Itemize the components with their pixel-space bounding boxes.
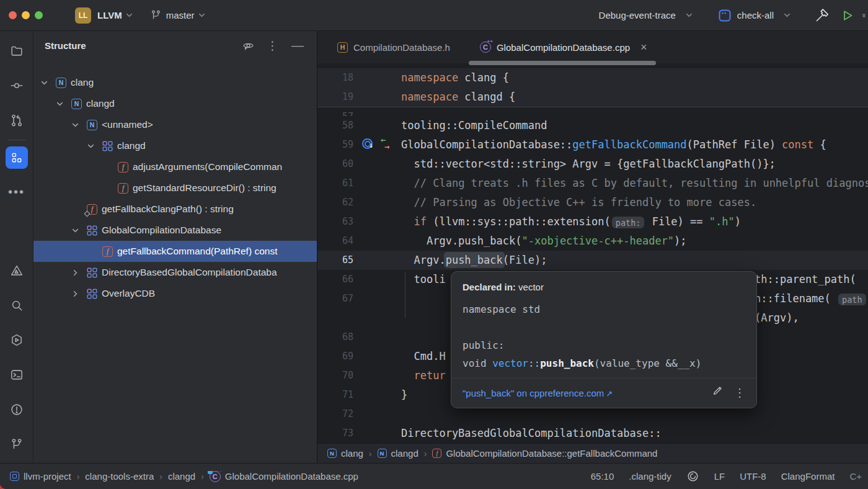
cpp-file-icon: C⁺⁺: [480, 42, 491, 53]
code-token: [401, 369, 414, 382]
code-line-59[interactable]: 59↓←→GlobalCompilationDatabase::getFallb…: [317, 135, 868, 155]
status-widget-clang-tidy[interactable]: .clang-tidy: [629, 471, 671, 482]
close-tab-icon[interactable]: ×: [640, 42, 647, 53]
branch-widget[interactable]: master: [166, 10, 195, 20]
editor-tab-compilationdatabase.h[interactable]: HCompilationDatabase.h: [324, 31, 466, 63]
status-widget-clangd-status[interactable]: [686, 470, 699, 483]
code-token: (File);: [503, 254, 547, 266]
run-configuration-icon[interactable]: [717, 8, 732, 23]
minimize-window-button[interactable]: [22, 11, 30, 19]
tree-item-getfallbackclangpath-string[interactable]: fgetFallbackClangPath() : string: [33, 199, 317, 220]
panel-options-kebab-icon[interactable]: ⋮: [265, 37, 281, 53]
chevron-right-icon[interactable]: [68, 289, 82, 298]
tree-item-getfallbackcommand-pathref-const[interactable]: fgetFallbackCommand(PathRef) const: [33, 241, 317, 262]
tool-strip-terminal[interactable]: [6, 364, 28, 386]
tree-item--unnamed-[interactable]: N<unnamed>: [33, 114, 317, 135]
git-branch-icon[interactable]: [150, 9, 162, 21]
breadcrumb-item[interactable]: Nclangd: [378, 448, 418, 459]
status-widget-language-level[interactable]: C+: [849, 471, 862, 482]
project-avatar[interactable]: LL: [75, 7, 91, 24]
run-button[interactable]: [838, 6, 856, 25]
code-line-63[interactable]: 63 if (llvm::sys::path::extension(path: …: [317, 212, 868, 231]
view-options-eye-icon[interactable]: [240, 37, 256, 53]
function-icon: f: [118, 162, 128, 173]
zoom-window-button[interactable]: [35, 11, 43, 19]
tool-strip-project[interactable]: [6, 40, 28, 62]
edit-pencil-icon[interactable]: [712, 384, 724, 403]
status-path-item[interactable]: llvm-project: [10, 471, 71, 482]
clipped-toolbar-icon[interactable]: [862, 6, 868, 25]
editor-tab-globalcompilationdatabase.cpp[interactable]: C⁺⁺GlobalCompilationDatabase.cpp×: [466, 31, 658, 63]
breadcrumb-item[interactable]: Nclang: [327, 448, 363, 459]
sticky-line-19[interactable]: 19namespace clangd {: [317, 87, 868, 107]
status-path-separator: ›: [201, 472, 204, 482]
status-path-label: llvm-project: [24, 471, 71, 482]
popup-kebab-icon[interactable]: ⋮: [734, 384, 745, 403]
project-widget[interactable]: LLVM: [97, 10, 122, 20]
line-number: 65: [317, 251, 353, 270]
code-line-62[interactable]: 62 // Parsing as Objective C++ is friend…: [317, 193, 868, 212]
tool-strip-build[interactable]: [6, 259, 28, 282]
run-configuration-selector[interactable]: check-all: [737, 10, 774, 20]
tool-strip-commit[interactable]: [6, 74, 28, 97]
code-token: // Clang treats .h files as C by default…: [414, 177, 868, 189]
chevron-down-icon[interactable]: [37, 78, 51, 87]
chevron-down-icon[interactable]: [684, 11, 694, 20]
chevron-down-icon[interactable]: [83, 141, 98, 151]
class-icon: [102, 141, 113, 151]
tool-strip-services[interactable]: [6, 329, 28, 351]
class-icon: [87, 289, 97, 299]
navigation-gutter-icons[interactable]: ↓←→: [362, 138, 399, 153]
status-widget-caret-position[interactable]: 65:10: [591, 471, 614, 482]
tree-item-overlaycdb[interactable]: OverlayCDB: [33, 283, 317, 304]
status-path-item[interactable]: clang-tools-extra: [85, 471, 154, 482]
tree-item-clang[interactable]: Nclang: [33, 72, 317, 93]
tool-strip-more-tool-windows[interactable]: •••: [6, 181, 28, 203]
hide-panel-icon[interactable]: —: [290, 37, 306, 53]
tree-item-directorybasedglobalcompilationdataba[interactable]: DirectoryBasedGlobalCompilationDataba: [33, 262, 317, 283]
chevron-down-icon[interactable]: [125, 11, 134, 20]
namespace-icon: N: [327, 449, 337, 458]
code-line-58[interactable]: 58tooling::CompileCommand: [317, 116, 868, 135]
tree-item-clangd[interactable]: Nclangd: [33, 93, 317, 114]
tool-strip-structure[interactable]: [6, 146, 28, 169]
code-line-60[interactable]: 60 std::vector<std::string> Argv = {getF…: [317, 155, 868, 174]
chevron-down-icon[interactable]: [197, 11, 206, 20]
breadcrumb-item[interactable]: fGlobalCompilationDatabase::getFallbackC…: [432, 448, 657, 459]
close-window-button[interactable]: [9, 11, 17, 19]
code-token: );: [674, 235, 686, 247]
chevron-right-icon[interactable]: [68, 268, 82, 277]
run-target-selector[interactable]: Debug-event-trace: [599, 10, 676, 20]
chevron-down-icon[interactable]: [68, 226, 82, 235]
status-widget-line-separator[interactable]: LF: [714, 471, 725, 482]
sticky-line-18[interactable]: 18namespace clang {: [317, 68, 868, 87]
tree-item-adjustarguments-compilecomman[interactable]: fadjustArguments(CompileComman: [33, 156, 317, 177]
chevron-down-icon[interactable]: [68, 120, 82, 130]
namespace-icon: N: [87, 120, 97, 130]
line-number: 64: [317, 231, 353, 251]
code-line-61[interactable]: 61 // Clang treats .h files as C by defa…: [317, 174, 868, 193]
tool-strip-pull-requests[interactable]: [6, 109, 28, 132]
chevron-down-icon[interactable]: [782, 11, 792, 20]
code-line-64[interactable]: 64 Argv.push_back("-xobjective-c++-heade…: [317, 231, 868, 251]
build-hammer-icon[interactable]: [813, 6, 831, 25]
status-widget-encoding[interactable]: UTF-8: [740, 471, 766, 482]
tree-item-globalcompilationdatabase[interactable]: GlobalCompilationDatabase: [33, 220, 317, 241]
tool-strip-search[interactable]: [6, 294, 28, 316]
tree-item-label: clangd: [117, 140, 146, 151]
status-path-separator: ›: [159, 472, 162, 482]
breadcrumb-separator: ›: [424, 449, 427, 459]
status-path-item[interactable]: clangd: [168, 471, 195, 482]
tree-item-getstandardresourcedir-string[interactable]: fgetStandardResourceDir() : string: [33, 177, 317, 199]
status-path-item[interactable]: C⁺⁺GlobalCompilationDatabase.cpp: [210, 471, 358, 482]
cppreference-link[interactable]: "push_back" on cppreference.com↗: [463, 384, 613, 403]
tree-item-clangd[interactable]: clangd: [33, 135, 317, 156]
tool-strip-problems[interactable]: [6, 398, 28, 421]
code-line-65[interactable]: 65 Argv.push_back(File);: [317, 251, 868, 270]
code-line-73[interactable]: 73DirectoryBasedGlobalCompilationDatabas…: [317, 424, 868, 443]
tool-strip-version-control[interactable]: [6, 433, 28, 455]
status-widget-label: ClangFormat: [781, 471, 835, 482]
status-widget-clang-format[interactable]: ClangFormat: [781, 471, 835, 482]
chevron-down-icon[interactable]: [52, 99, 67, 109]
code-editor[interactable]: 18namespace clang {19namespace clangd {5…: [317, 63, 868, 443]
